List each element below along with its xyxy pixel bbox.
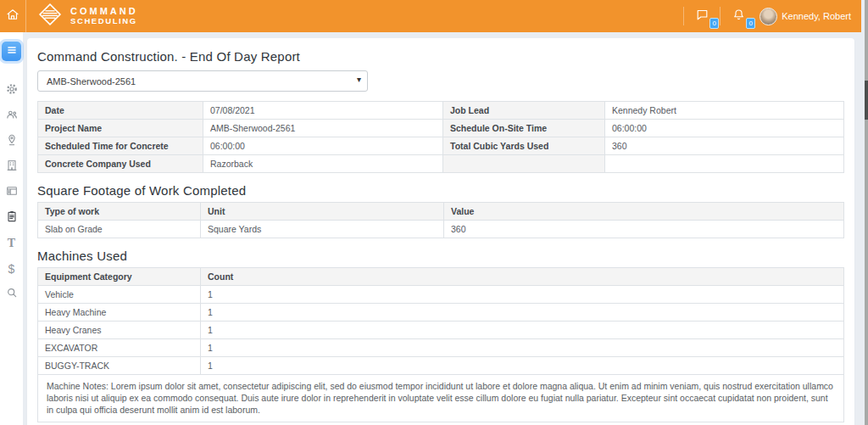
cell-value: 360 [444,221,844,238]
chat-button[interactable]: 0 [693,7,711,25]
notifications-button[interactable]: 0 [729,7,748,25]
building-icon [5,159,19,176]
table-row: EXCAVATOR 1 [38,339,844,357]
scrollbar-rail [861,0,868,425]
sidebar-item-layout[interactable] [5,186,19,199]
home-icon [5,7,20,25]
sidebar-item-billing[interactable]: $ [5,262,19,276]
summary-label: Date [38,102,203,120]
header-divider [683,7,684,25]
summary-value: Kennedy Robert [605,102,844,120]
summary-value: 07/08/2021 [203,102,443,120]
user-name: Kennedy, Robert [782,11,851,21]
search-icon [5,286,19,303]
report-card: Command Construction. - End Of Day Repor… [27,38,854,425]
scrollbar-track[interactable] [865,0,868,425]
sidebar-item-map[interactable] [5,135,19,148]
brand-logo[interactable]: COMMAND SCHEDULING [37,2,138,31]
dollar-icon: $ [8,263,15,275]
brand-line2: SCHEDULING [70,17,138,25]
table-row: Date 07/08/2021 Job Lead Kennedy Robert [38,102,844,120]
layout-window-icon [5,184,19,201]
sidebar-item-settings[interactable] [5,84,19,98]
table-row: BUGGY-TRACK 1 [38,357,844,375]
summary-label: Job Lead [443,102,605,120]
square-footage-table: Type of work Unit Value Slab on Grade Sq… [37,202,844,238]
header-right: 0 0 Kennedy, Robert [675,7,861,25]
cell-equipment-category: EXCAVATOR [38,339,201,357]
cell-count: 1 [201,304,844,322]
cell-count: 1 [201,286,844,304]
summary-value: 360 [605,137,844,155]
project-select-wrap: AMB-Sherwood-2561 ▾ [37,70,368,92]
users-icon [5,108,19,125]
project-select[interactable]: AMB-Sherwood-2561 [37,70,368,92]
summary-label [443,155,605,173]
column-header: Value [444,203,844,221]
table-row: Project Name AMB-Sherwood-2561 Schedule … [38,120,844,137]
chat-icon [695,8,709,25]
summary-label: Total Cubic Yards Used [443,137,605,155]
table-header-row: Type of work Unit Value [38,203,844,221]
cell-type-of-work: Slab on Grade [38,221,201,238]
table-row: Heavy Machine 1 [38,304,844,322]
table-header-row: Equipment Category Count [38,268,844,286]
machine-notes-row: Machine Notes: Lorem ipsum dolor sit ame… [38,375,844,422]
table-row: Vehicle 1 [38,286,844,304]
hamburger-icon [6,44,18,59]
summary-value: AMB-Sherwood-2561 [203,120,443,137]
sidebar: T $ [0,32,23,425]
table-row: Scheduled Time for Concrete 06:00:00 Tot… [38,137,844,155]
column-header: Count [201,268,844,286]
cell-unit: Square Yards [201,221,444,238]
table-row: Slab on Grade Square Yards 360 [38,221,844,238]
section-heading-machines: Machines Used [37,249,844,263]
column-header: Unit [201,203,444,221]
cell-equipment-category: BUGGY-TRACK [38,357,201,375]
sidebar-item-report[interactable] [5,211,19,225]
summary-value [605,155,844,173]
map-marker-icon [5,133,19,150]
summary-table: Date 07/08/2021 Job Lead Kennedy Robert … [37,101,844,173]
user-menu[interactable]: Kennedy, Robert [760,8,851,25]
clipboard-icon [5,210,19,226]
summary-label: Schedule On-Site Time [443,120,605,137]
home-button[interactable] [0,0,26,32]
brand-text: COMMAND SCHEDULING [70,7,138,25]
chat-badge: 0 [709,18,719,29]
page-title: Command Construction. - End Of Day Repor… [37,49,844,64]
machines-table: Equipment Category Count Vehicle 1 Heavy… [37,267,844,422]
summary-label: Concrete Company Used [38,155,203,173]
machine-notes: Machine Notes: Lorem ipsum dolor sit ame… [38,375,844,422]
summary-value: 06:00:00 [203,137,443,155]
cell-count: 1 [201,357,844,375]
section-heading-square-footage: Square Footage of Work Completed [37,183,844,198]
bell-icon [732,8,746,25]
gear-icon [5,82,19,99]
menu-toggle-button[interactable] [2,42,21,61]
cell-count: 1 [201,339,844,357]
sidebar-icon-list: T $ [5,84,19,301]
sidebar-item-search[interactable] [5,288,19,301]
cell-count: 1 [201,322,844,339]
table-row: Heavy Cranes 1 [38,322,844,339]
summary-label: Project Name [38,120,203,137]
scrollbar-thumb[interactable] [865,81,868,120]
sidebar-item-users[interactable] [5,109,19,123]
header-divider [720,7,721,25]
avatar [760,8,777,25]
column-header: Type of work [38,203,201,221]
table-row: Concrete Company Used Razorback [38,155,844,173]
notifications-badge: 0 [746,18,755,29]
top-header: COMMAND SCHEDULING 0 0 Ke [0,0,861,32]
column-header: Equipment Category [38,268,201,286]
cell-equipment-category: Vehicle [38,286,201,304]
sidebar-item-text[interactable]: T [5,237,19,250]
text-tool-icon: T [8,238,15,249]
sidebar-item-building[interactable] [5,160,19,174]
summary-value: Razorback [203,155,443,173]
diamond-logo-icon [37,2,63,31]
summary-label: Scheduled Time for Concrete [38,137,203,155]
cell-equipment-category: Heavy Machine [38,304,201,322]
summary-value: 06:00:00 [605,120,844,137]
